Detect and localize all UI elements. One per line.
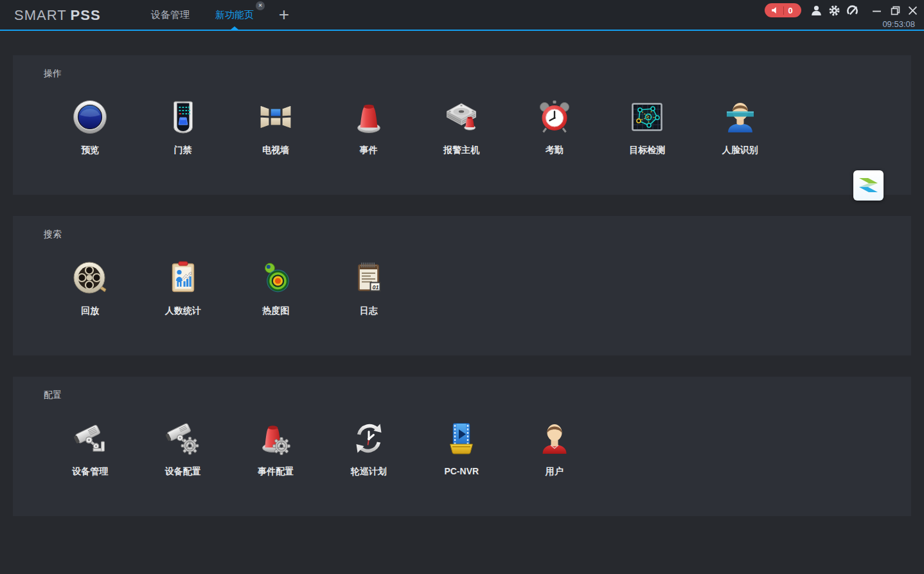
app-item-alarm-host[interactable]: 报警主机 xyxy=(415,55,508,156)
app-item-device-manager[interactable]: 设备管理 xyxy=(44,377,137,478)
panel-config: 配置 设备管理 xyxy=(13,377,911,516)
face-recognition-icon xyxy=(722,99,758,135)
alarm-pill-divider xyxy=(783,6,784,15)
item-label: 事件配置 xyxy=(258,466,294,478)
app-item-event-config[interactable]: 事件配置 xyxy=(229,377,323,478)
brand-pss: PSS xyxy=(71,7,101,23)
close-button[interactable] xyxy=(908,6,918,15)
settings-gear-icon[interactable] xyxy=(828,4,840,17)
new-tab-button[interactable]: + xyxy=(274,4,294,26)
item-label: 轮巡计划 xyxy=(351,466,387,478)
svg-text:01: 01 xyxy=(372,284,378,291)
app-item-face-recognition[interactable]: 人脸识别 xyxy=(694,55,787,156)
app-item-access-control[interactable]: 门禁 xyxy=(137,55,230,156)
app-item-playback[interactable]: 回放 xyxy=(44,216,137,317)
smartpss-floating-logo[interactable] xyxy=(853,170,884,201)
event-siren-icon xyxy=(351,99,387,135)
item-label: 电视墙 xyxy=(262,145,289,156)
app-item-user[interactable]: 用户 xyxy=(508,377,601,478)
target-detection-icon xyxy=(629,99,665,135)
alarm-count: 0 xyxy=(788,6,795,15)
panel-search: 搜索 回放 xyxy=(13,216,911,355)
app-item-tv-wall[interactable]: 电视墙 xyxy=(229,55,323,156)
app-item-heatmap[interactable]: 热度图 xyxy=(229,216,323,317)
item-label: 回放 xyxy=(81,305,99,317)
brand-smart: SMART xyxy=(14,7,67,23)
tour-plan-icon xyxy=(351,420,387,456)
item-label: 人数统计 xyxy=(165,305,201,317)
clock-time: 09:53:08 xyxy=(882,19,915,29)
item-label: 热度图 xyxy=(262,305,289,317)
item-label: 预览 xyxy=(81,145,99,156)
app-logo: SMARTPSS xyxy=(14,7,101,24)
top-bar: SMARTPSS 设备管理 新功能页 ✕ + 0 xyxy=(0,0,924,31)
user-account-icon xyxy=(537,420,573,456)
item-label: 用户 xyxy=(546,466,564,478)
alarm-badge[interactable]: 0 xyxy=(765,3,801,17)
smartpss-s-icon xyxy=(853,170,884,201)
item-label: 事件 xyxy=(360,145,378,156)
item-label: 设备管理 xyxy=(72,466,108,478)
user-icon[interactable] xyxy=(810,4,822,17)
log-notepad-icon: 01 xyxy=(351,260,387,296)
access-control-icon xyxy=(165,99,201,135)
device-manager-camera-icon xyxy=(72,420,108,456)
people-counting-icon xyxy=(165,260,201,296)
preview-lens-icon xyxy=(72,99,108,135)
item-label: 人脸识别 xyxy=(722,145,758,156)
performance-gauge-icon[interactable] xyxy=(846,4,858,17)
heatmap-icon xyxy=(258,260,294,296)
alarm-speaker-icon xyxy=(770,6,779,15)
app-item-tour-plan[interactable]: 轮巡计划 xyxy=(323,377,416,478)
active-tab-caret xyxy=(231,26,238,30)
app-item-target-detection[interactable]: 目标检测 xyxy=(601,55,694,156)
attendance-clock-icon xyxy=(537,99,573,135)
app-item-preview[interactable]: 预览 xyxy=(44,55,137,156)
item-label: PC-NVR xyxy=(444,466,479,476)
app-item-log[interactable]: 01 日志 xyxy=(323,216,416,317)
item-label: 报警主机 xyxy=(443,145,479,156)
playback-reel-icon xyxy=(72,260,108,296)
event-config-siren-gear-icon xyxy=(258,420,294,456)
app-item-pc-nvr[interactable]: PC-NVR xyxy=(415,377,508,478)
alarm-host-icon xyxy=(443,99,479,135)
item-label: 设备配置 xyxy=(165,466,201,478)
smartpss-window: SMARTPSS 设备管理 新功能页 ✕ + 0 xyxy=(0,0,924,574)
app-item-event[interactable]: 事件 xyxy=(323,55,416,156)
app-item-attendance[interactable]: 考勤 xyxy=(508,55,601,156)
panel-operation: 操作 预览 xyxy=(13,55,911,195)
pc-nvr-icon xyxy=(443,420,479,456)
tab-close-icon[interactable]: ✕ xyxy=(256,1,265,10)
tab-device-management[interactable]: 设备管理 xyxy=(135,0,206,30)
app-item-device-config[interactable]: 设备配置 xyxy=(137,377,230,478)
item-label: 目标检测 xyxy=(629,145,665,156)
tv-wall-icon xyxy=(258,99,294,135)
item-label: 日志 xyxy=(360,305,378,317)
item-label: 考勤 xyxy=(546,145,564,156)
device-config-camera-gear-icon xyxy=(165,420,201,456)
app-item-people-counting[interactable]: 人数统计 xyxy=(137,216,230,317)
restore-button[interactable] xyxy=(891,6,900,15)
item-label: 门禁 xyxy=(174,145,192,156)
minimize-button[interactable] xyxy=(872,6,882,15)
